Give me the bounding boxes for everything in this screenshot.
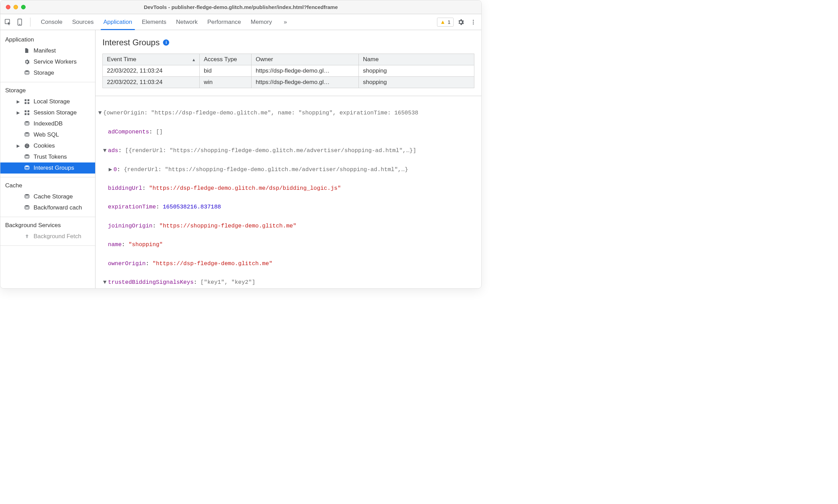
column-header[interactable]: Access Type [200, 54, 252, 65]
table-cell: shopping [359, 65, 474, 77]
settings-icon[interactable] [456, 17, 466, 27]
db-icon [24, 194, 30, 200]
issues-count: 1 [448, 19, 450, 25]
tab-application[interactable]: Application [99, 15, 137, 29]
svg-point-5 [473, 23, 474, 24]
sidebar-item-manifest[interactable]: Manifest [0, 45, 95, 56]
toolbar-separator [30, 18, 30, 27]
column-header[interactable]: Event Time▲ [103, 54, 200, 65]
tab-sources[interactable]: Sources [67, 15, 98, 29]
window-title: DevTools - publisher-fledge-demo.glitch.… [0, 4, 481, 10]
sidebar-item-background-fetch[interactable]: Background Fetch [0, 231, 95, 242]
table-row[interactable]: 22/03/2022, 11:03:24winhttps://dsp-fledg… [103, 77, 474, 88]
sidebar-item-cookies[interactable]: ▶Cookies [0, 140, 95, 151]
column-header[interactable]: Owner [252, 54, 359, 65]
file-icon [24, 48, 30, 54]
sidebar-heading: Application [0, 34, 95, 45]
sidebar-item-storage[interactable]: Storage [0, 67, 95, 78]
db-icon [24, 121, 30, 127]
sidebar-item-label: Local Storage [34, 98, 70, 105]
panel-title-row: Interest Groups i [95, 36, 481, 54]
table-cell: bid [200, 65, 252, 77]
sidebar-item-back-forward-cach[interactable]: Back/forward cach [0, 202, 95, 213]
zoom-window-icon[interactable] [21, 5, 26, 9]
sidebar-item-local-storage[interactable]: ▶Local Storage [0, 96, 95, 107]
disclosure-triangle-icon: ▶ [16, 99, 20, 104]
disclosure-triangle-icon: ▶ [16, 110, 20, 115]
table-cell: https://dsp-fledge-demo.gl… [252, 65, 359, 77]
devtools-toolbar: ConsoleSourcesApplicationElementsNetwork… [0, 14, 481, 30]
tab-memory[interactable]: Memory [246, 15, 276, 29]
svg-point-3 [473, 20, 474, 21]
issues-badge[interactable]: ▲ 1 [437, 18, 454, 27]
events-table: Event Time▲Access TypeOwnerName 22/03/20… [102, 54, 474, 88]
db-icon [24, 70, 30, 76]
traffic-lights [6, 5, 26, 9]
sidebar-item-label: IndexedDB [34, 120, 63, 127]
info-icon[interactable]: i [163, 39, 169, 46]
sidebar-item-interest-groups[interactable]: Interest Groups [0, 162, 95, 174]
cookie-icon [24, 143, 30, 149]
db-icon [24, 205, 30, 211]
panel-content: Interest Groups i Event Time▲Access Type… [95, 30, 481, 288]
sidebar-heading: Background Services [0, 219, 95, 231]
object-tree[interactable]: ▼{ownerOrigin: "https://dsp-fledge-demo.… [95, 99, 481, 288]
grid-icon [24, 99, 30, 105]
table-cell: 22/03/2022, 11:03:24 [103, 65, 200, 77]
sidebar-item-label: Background Fetch [34, 233, 81, 240]
minimize-window-icon[interactable] [13, 5, 18, 9]
device-toolbar-icon[interactable] [15, 17, 25, 27]
sidebar-item-trust-tokens[interactable]: Trust Tokens [0, 151, 95, 162]
db-icon [24, 165, 30, 171]
sidebar-item-label: Manifest [34, 47, 56, 54]
panel-title: Interest Groups [102, 38, 160, 47]
close-window-icon[interactable] [6, 5, 10, 9]
tab-performance[interactable]: Performance [202, 15, 246, 29]
sidebar-item-web-sql[interactable]: Web SQL [0, 129, 95, 140]
db-icon [24, 154, 30, 160]
sidebar-item-service-workers[interactable]: Service Workers [0, 56, 95, 67]
sort-ascending-icon: ▲ [192, 57, 196, 62]
table-cell: 22/03/2022, 11:03:24 [103, 77, 200, 88]
window-titlebar: DevTools - publisher-fledge-demo.glitch.… [0, 0, 481, 14]
sidebar-item-label: Web SQL [34, 131, 59, 138]
table-cell: win [200, 77, 252, 88]
panel-divider [95, 96, 481, 96]
application-sidebar: ApplicationManifestService WorkersStorag… [0, 30, 95, 288]
inspect-element-icon[interactable] [3, 17, 13, 27]
sidebar-item-label: Cookies [34, 142, 55, 149]
tab-elements[interactable]: Elements [137, 15, 171, 29]
warning-icon: ▲ [440, 19, 446, 25]
tab-network[interactable]: Network [171, 15, 202, 29]
gear-icon [24, 59, 30, 65]
grid-icon [24, 110, 30, 116]
sidebar-item-label: Service Workers [34, 58, 76, 65]
db-icon [24, 132, 30, 138]
table-row[interactable]: 22/03/2022, 11:03:24bidhttps://dsp-fledg… [103, 65, 474, 77]
sidebar-item-cache-storage[interactable]: Cache Storage [0, 191, 95, 202]
table-cell: https://dsp-fledge-demo.gl… [252, 77, 359, 88]
sidebar-heading: Storage [0, 84, 95, 96]
more-options-icon[interactable] [468, 17, 479, 27]
sidebar-item-label: Trust Tokens [34, 153, 67, 160]
sidebar-heading: Cache [0, 179, 95, 191]
disclosure-triangle-icon: ▶ [16, 143, 20, 148]
sidebar-item-label: Storage [34, 69, 54, 76]
column-header[interactable]: Name [359, 54, 474, 65]
toolbar-tabs: ConsoleSourcesApplicationElementsNetwork… [36, 15, 277, 29]
sidebar-item-label: Back/forward cach [34, 204, 82, 211]
sidebar-item-label: Interest Groups [34, 165, 74, 171]
sidebar-item-label: Cache Storage [34, 193, 73, 200]
svg-point-4 [473, 21, 474, 22]
toolbar-overflow[interactable]: » [279, 15, 292, 29]
sidebar-item-indexeddb[interactable]: IndexedDB [0, 118, 95, 129]
sidebar-item-label: Session Storage [34, 109, 77, 116]
tab-console[interactable]: Console [36, 15, 67, 29]
sidebar-item-session-storage[interactable]: ▶Session Storage [0, 107, 95, 118]
arrow-up-icon [24, 233, 30, 240]
table-cell: shopping [359, 77, 474, 88]
